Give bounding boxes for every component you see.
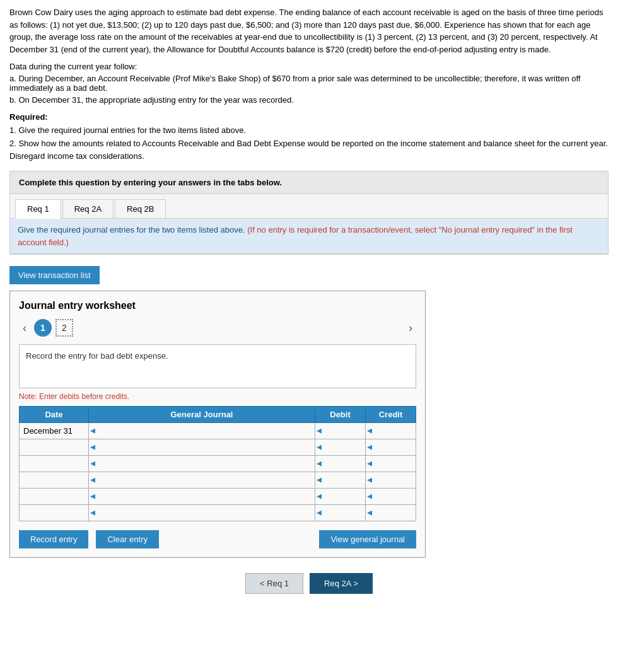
credit-cell-1[interactable]: [366, 423, 416, 439]
debit-input-3[interactable]: [315, 456, 365, 472]
journal-table: Date General Journal Debit Credit Decemb…: [19, 406, 416, 521]
entry-note: Note: Enter debits before credits.: [19, 392, 416, 401]
col-date: Date: [20, 407, 89, 423]
action-row: Record entry Clear entry View general jo…: [19, 530, 416, 548]
debit-input-5[interactable]: [315, 489, 365, 504]
journal-input-5[interactable]: [98, 489, 315, 504]
credit-cell-3[interactable]: [366, 456, 416, 472]
journal-input-1[interactable]: [98, 423, 315, 439]
row-indicator-5: [90, 494, 95, 499]
journal-input-3[interactable]: [98, 456, 315, 472]
debit-cell-6[interactable]: [315, 505, 366, 521]
credit-input-6[interactable]: [366, 505, 416, 521]
debit-input-1[interactable]: [315, 423, 365, 439]
date-cell-3: [20, 456, 89, 472]
step-2-box[interactable]: 2: [55, 319, 73, 337]
tab-content-text: Give the required journal entries for th…: [18, 225, 573, 247]
credit-input-4[interactable]: [366, 472, 416, 488]
col-debit: Debit: [315, 407, 366, 423]
journal-input-6[interactable]: [98, 505, 315, 521]
worksheet-container: Journal entry worksheet ‹ 1 2 › Record t…: [9, 291, 426, 558]
journal-input-2[interactable]: [98, 439, 315, 455]
required-title: Required:: [9, 112, 48, 122]
row-indicator-1: [90, 429, 95, 434]
entry-description: Record the entry for bad debt expense.: [19, 344, 416, 388]
row-indicator-2: [90, 445, 95, 450]
journal-cell-4[interactable]: [89, 472, 315, 489]
record-entry-button[interactable]: Record entry: [19, 530, 88, 548]
intro-paragraph2: Data during the current year follow:: [9, 62, 609, 71]
credit-input-2[interactable]: [366, 439, 416, 455]
intro-item-b: b. On December 31, the appropriate adjus…: [9, 95, 609, 105]
journal-cell-1[interactable]: [89, 423, 315, 439]
debit-cell-2[interactable]: [315, 439, 366, 456]
bottom-nav: < Req 1 Req 2A >: [9, 573, 609, 594]
view-general-journal-button[interactable]: View general journal: [319, 530, 416, 548]
next-nav-button[interactable]: Req 2A >: [310, 573, 373, 594]
prev-arrow[interactable]: ‹: [19, 320, 30, 336]
date-cell-1: December 31: [20, 423, 89, 439]
intro-paragraph1: Brown Cow Dairy uses the aging approach …: [9, 6, 609, 55]
credit-cell-5[interactable]: [366, 489, 416, 505]
table-row: [20, 489, 416, 505]
table-row: [20, 472, 416, 489]
debit-cell-5[interactable]: [315, 489, 366, 505]
tab-req2b[interactable]: Req 2B: [115, 199, 166, 218]
credit-input-3[interactable]: [366, 456, 416, 472]
col-general-journal: General Journal: [89, 407, 315, 423]
view-transaction-button[interactable]: View transaction list: [9, 266, 100, 284]
journal-cell-2[interactable]: [89, 439, 315, 456]
table-row: [20, 505, 416, 521]
journal-cell-5[interactable]: [89, 489, 315, 505]
row-indicator-6: [90, 511, 95, 516]
table-row: [20, 456, 416, 472]
row-indicator-3: [90, 461, 95, 466]
debit-cell-4[interactable]: [315, 472, 366, 489]
debit-cell-3[interactable]: [315, 456, 366, 472]
instruction-text: Complete this question by entering your …: [19, 178, 282, 187]
date-cell-2: [20, 439, 89, 456]
debit-input-4[interactable]: [315, 472, 365, 488]
col-credit: Credit: [366, 407, 416, 423]
next-arrow[interactable]: ›: [405, 320, 416, 336]
required-item2: 2. Show how the amounts related to Accou…: [9, 137, 609, 164]
worksheet-nav: ‹ 1 2 ›: [19, 319, 416, 337]
date-cell-6: [20, 505, 89, 521]
debit-input-6[interactable]: [315, 505, 365, 521]
table-row: [20, 439, 416, 456]
credit-input-5[interactable]: [366, 489, 416, 504]
journal-input-4[interactable]: [98, 472, 315, 488]
row-indicator-4: [90, 478, 95, 483]
prev-nav-button[interactable]: < Req 1: [245, 573, 303, 594]
step-1-circle[interactable]: 1: [34, 319, 52, 337]
intro-item-a: a. During December, an Account Receivabl…: [9, 74, 609, 93]
table-row: December 31: [20, 423, 416, 439]
tab-req1[interactable]: Req 1: [15, 199, 61, 219]
worksheet-title: Journal entry worksheet: [19, 300, 416, 311]
credit-input-1[interactable]: [366, 423, 416, 439]
date-cell-4: [20, 472, 89, 489]
date-cell-5: [20, 489, 89, 505]
debit-cell-1[interactable]: [315, 423, 366, 439]
journal-cell-6[interactable]: [89, 505, 315, 521]
credit-cell-4[interactable]: [366, 472, 416, 489]
debit-input-2[interactable]: [315, 439, 365, 455]
clear-entry-button[interactable]: Clear entry: [96, 530, 159, 548]
credit-cell-2[interactable]: [366, 439, 416, 456]
tab-req2a[interactable]: Req 2A: [62, 199, 114, 218]
journal-cell-3[interactable]: [89, 456, 315, 472]
required-item1: 1. Give the required journal entries for…: [9, 124, 609, 137]
credit-cell-6[interactable]: [366, 505, 416, 521]
